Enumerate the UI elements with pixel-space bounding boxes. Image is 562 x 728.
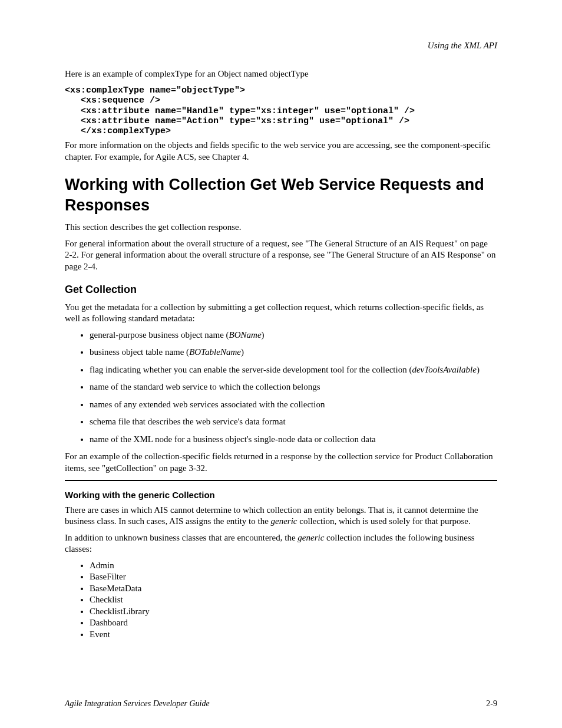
list-item: names of any extended web services assoc…: [90, 399, 497, 411]
footer-page-number: 2-9: [486, 699, 497, 709]
list-item: general-purpose business object name (BO…: [90, 330, 497, 341]
business-classes-list: Admin BaseFilter BaseMetaData Checklist …: [65, 560, 497, 641]
main-paragraph-1: This section describes the get collectio…: [65, 222, 497, 233]
main-paragraph-2: For general information about the overal…: [65, 238, 497, 273]
list-text: ): [241, 347, 244, 357]
page-footer: Agile Integration Services Developer Gui…: [65, 699, 497, 709]
list-item: Admin: [90, 560, 497, 572]
code-block: <xs:complexType name="objectType"> <xs:s…: [65, 85, 497, 136]
metadata-bullet-list: general-purpose business object name (BO…: [65, 330, 497, 446]
list-text: ): [477, 365, 480, 374]
list-text: business object table name (: [90, 347, 189, 357]
list-text: general-purpose business object name (: [90, 330, 229, 340]
list-item: name of the XML node for a business obje…: [90, 434, 497, 446]
list-item: schema file that describes the web servi…: [90, 416, 497, 428]
heading-main: Working with Collection Get Web Service …: [65, 174, 497, 216]
list-text: flag indicating whether you can enable t…: [90, 365, 412, 374]
inline-code: devToolsAvailable: [412, 365, 476, 374]
list-text: ): [262, 330, 265, 340]
list-item: name of the standard web service to whic…: [90, 381, 497, 393]
list-item: ChecklistLibrary: [90, 606, 497, 618]
list-item: Event: [90, 629, 497, 641]
intro-paragraph: Here is an example of complexType for an…: [65, 68, 497, 80]
get-collection-intro: You get the metadata for a collection by…: [65, 302, 497, 325]
generic-paragraph-2: In addition to unknown business classes …: [65, 532, 497, 555]
inline-code: generic: [297, 533, 324, 542]
inline-code: BOTableName: [189, 347, 241, 357]
paragraph-text: In addition to unknown business classes …: [65, 533, 297, 542]
heading-generic-collection: Working with the generic Collection: [65, 489, 497, 501]
footer-left: Agile Integration Services Developer Gui…: [65, 699, 210, 708]
list-item: Dashboard: [90, 617, 497, 629]
section-rule: [65, 480, 497, 481]
heading-get-collection: Get Collection: [65, 283, 497, 297]
list-item: business object table name (BOTableName): [90, 347, 497, 358]
list-item: Checklist: [90, 594, 497, 606]
list-item: BaseFilter: [90, 571, 497, 583]
generic-paragraph-1: There are cases in which AIS cannot dete…: [65, 505, 497, 528]
inline-code: BOName: [229, 330, 262, 340]
list-item: flag indicating whether you can enable t…: [90, 364, 497, 376]
inline-code: generic: [271, 516, 297, 526]
after-bullets-paragraph: For an example of the collection-specifi…: [65, 451, 497, 474]
paragraph-text: collection, which is used solely for tha…: [297, 516, 471, 526]
after-code-paragraph: For more information on the objects and …: [65, 140, 497, 163]
header-section-title: Using the XML API: [65, 40, 497, 52]
list-item: BaseMetaData: [90, 583, 497, 595]
